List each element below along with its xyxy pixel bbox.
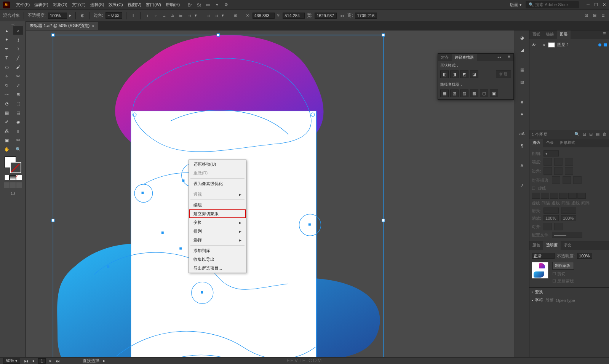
direct-selection-tool[interactable]: ▵ <box>13 26 23 35</box>
magic-wand-tool[interactable]: ✦ <box>2 35 12 44</box>
arrow-end[interactable]: — <box>561 208 576 214</box>
new-sublayer-icon[interactable]: ⊞ <box>589 132 593 137</box>
artboard-nav-first[interactable]: ⏮ <box>24 359 28 363</box>
transform-each-icon[interactable]: ⊞ <box>232 13 238 19</box>
gradient-tool[interactable]: ▤ <box>13 109 23 117</box>
align-inside-icon[interactable] <box>563 176 571 184</box>
corner-input[interactable]: ⌢ 0 px <box>105 12 122 19</box>
dist-h-icon[interactable]: ⫤ <box>205 13 211 19</box>
stroke-weight-input[interactable]: ▾ <box>543 150 559 156</box>
menu-item[interactable]: 编辑(E) <box>32 2 51 8</box>
target-icon[interactable] <box>598 43 601 46</box>
arrow-start[interactable]: — <box>543 208 559 214</box>
unite-icon[interactable]: ◧ <box>440 70 449 78</box>
zoom-tool[interactable]: 🔍 <box>13 145 23 153</box>
align-group-icon[interactable]: ⫴ <box>130 13 136 19</box>
outline-icon[interactable]: ▢ <box>480 89 488 97</box>
transform-panel-header[interactable]: ▸变换 <box>529 287 609 296</box>
context-menu-item[interactable]: 导出所选项目... <box>189 264 246 273</box>
stock-icon[interactable]: St <box>196 2 202 8</box>
color-mode-icon[interactable] <box>4 175 10 180</box>
paintbrush-tool[interactable]: 🖌 <box>13 63 23 71</box>
layer-name[interactable]: 图层 1 <box>557 42 569 48</box>
cap-butt-icon[interactable] <box>543 158 552 166</box>
slice-tool[interactable]: ✄ <box>13 136 23 144</box>
mesh-tool[interactable]: ▦ <box>2 109 12 117</box>
tab-align[interactable]: 对齐 <box>438 54 452 61</box>
close-icon[interactable]: × <box>92 24 94 28</box>
character-panel-icon[interactable]: aA <box>518 129 526 138</box>
maximize-button[interactable]: ☐ <box>594 2 598 7</box>
corner-miter-icon[interactable] <box>543 167 552 175</box>
tab-graphic-styles[interactable]: 图形样式 <box>557 139 578 147</box>
document-tab[interactable]: 未标题-1.ai* @ 50% (RGB/预览) × <box>26 22 98 30</box>
artboard-number[interactable]: 1 <box>38 358 46 364</box>
graph-tool[interactable]: ⫿ <box>13 127 23 135</box>
divide-icon[interactable]: ▦ <box>440 89 449 97</box>
tab-layers[interactable]: 图层 <box>557 30 571 39</box>
gap-1[interactable] <box>541 193 549 199</box>
tab-links[interactable]: 链接 <box>543 30 557 39</box>
context-menu-item[interactable]: 添加到库 <box>189 246 246 255</box>
width-tool[interactable]: 〰 <box>2 90 12 99</box>
menu-item[interactable]: 效果(C) <box>106 2 125 8</box>
draw-normal-icon[interactable] <box>4 182 10 188</box>
align-middle-v-icon[interactable]: ⫢ <box>178 13 184 19</box>
expand-button[interactable]: 扩展 <box>496 70 511 78</box>
brushes-panel-icon[interactable]: ▧ <box>518 78 526 86</box>
menu-item[interactable]: 视图(V) <box>125 2 144 8</box>
arrow-align-2[interactable] <box>554 223 563 230</box>
corner-round-icon[interactable] <box>554 167 563 175</box>
pen-tool[interactable]: ✒ <box>2 45 12 53</box>
collapse-icon[interactable]: ◂◂ <box>494 54 504 61</box>
minus-back-icon[interactable]: ▣ <box>490 89 498 97</box>
gap-3[interactable] <box>577 193 586 199</box>
line-tool[interactable]: ╱ <box>13 54 23 62</box>
dash-checkbox[interactable]: ☐ <box>532 186 535 191</box>
close-button[interactable]: ✕ <box>603 2 606 7</box>
make-mask-button[interactable]: 制作蒙版 <box>552 262 574 270</box>
tab-gradient[interactable]: 渐变 <box>561 241 574 250</box>
context-menu-item[interactable]: 建立剪切蒙版 <box>189 209 246 218</box>
align-top-icon[interactable]: ⫡ <box>169 13 176 19</box>
artboard-nav-prev[interactable]: ◂ <box>32 358 34 363</box>
menu-item[interactable]: 文字(T) <box>70 2 88 8</box>
make-clip-icon[interactable]: ⊡ <box>583 132 586 137</box>
paragraph-panel-icon[interactable]: ¶ <box>518 142 526 150</box>
curvature-tool[interactable]: ⌇ <box>13 45 23 53</box>
status-dropdown-icon[interactable]: ▸ <box>103 358 105 363</box>
dash-1[interactable] <box>532 193 540 199</box>
y-input[interactable]: 514.284 <box>283 13 305 19</box>
shaper-tool[interactable]: ✧ <box>2 72 12 80</box>
tab-artboards[interactable]: 画板 <box>529 30 543 39</box>
workspace-switcher[interactable]: 版面 ▾ <box>510 2 522 8</box>
locate-icon[interactable]: 🔍 <box>574 132 580 137</box>
rectangle-tool[interactable]: ▭ <box>2 63 12 71</box>
free-transform-tool[interactable]: ⊞ <box>13 90 23 99</box>
swatches-panel-icon[interactable]: ▦ <box>518 65 526 74</box>
artboard-nav-last[interactable]: ⏭ <box>56 359 60 363</box>
pathfinder-panel[interactable]: 对齐 路径查找器 ◂◂ ≣ 形状模式： ◧ ◨ ◩ ◪ 扩展 路径查找器： ▦ … <box>438 53 514 100</box>
align-center-h-icon[interactable]: ⫟ <box>153 13 159 19</box>
context-menu-item[interactable]: 还原移动(U) <box>189 160 246 169</box>
scale-tool[interactable]: ⤢ <box>13 81 23 89</box>
perspective-tool[interactable]: ⬚ <box>13 99 23 108</box>
arrange-icon[interactable]: ▭ <box>205 2 211 8</box>
glyph-panel-icon[interactable]: A <box>518 161 526 170</box>
invert-checkbox[interactable]: ☐ <box>552 279 556 283</box>
symbols-panel-icon[interactable]: ♣ <box>518 97 526 106</box>
bridge-icon[interactable]: Br <box>187 2 193 8</box>
float-menu-icon[interactable]: ≣ <box>504 54 513 61</box>
search-stock-input[interactable]: 🔍 搜索 Adobe Stock <box>526 1 579 8</box>
dash-3[interactable] <box>568 193 577 199</box>
context-menu-item[interactable]: 排列▶ <box>189 227 246 236</box>
cap-round-icon[interactable] <box>554 158 563 166</box>
menu-item[interactable]: 帮助(H) <box>163 2 182 8</box>
rotate-tool[interactable]: ↻ <box>2 81 12 89</box>
tab-swatches[interactable]: 色板 <box>543 139 557 147</box>
menu-item[interactable]: 文件(F) <box>14 2 32 8</box>
link-wh-icon[interactable]: ⫘ <box>339 13 345 19</box>
blend-mode-select[interactable]: 正常 <box>532 253 555 259</box>
eraser-tool[interactable]: ✂ <box>13 72 23 80</box>
delete-layer-icon[interactable]: 🗑 <box>603 132 607 137</box>
